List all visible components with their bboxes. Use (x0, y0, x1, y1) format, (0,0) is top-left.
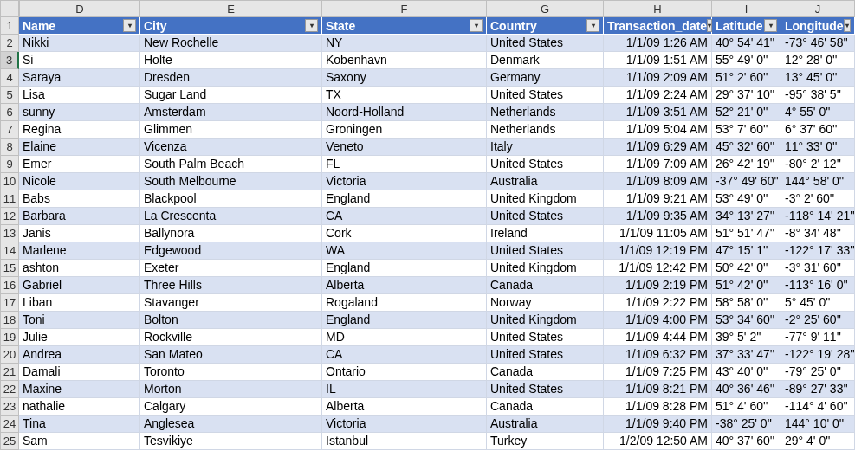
cell-city[interactable]: South Melbourne (140, 173, 322, 190)
cell-state[interactable]: England (322, 190, 487, 208)
cell-tdate[interactable]: 1/1/09 9:35 AM (604, 208, 712, 225)
cell-country[interactable]: United States (487, 329, 604, 346)
cell-name[interactable]: Si (19, 52, 140, 69)
cell-country[interactable]: Australia (487, 416, 604, 433)
cell-city[interactable]: Morton (140, 381, 322, 398)
cell-country[interactable]: United States (487, 156, 604, 173)
cell-lat[interactable]: 40° 54' 41'' (712, 35, 781, 52)
cell-city[interactable]: Bolton (140, 312, 322, 329)
filter-dropdown-icon[interactable]: ▾ (305, 19, 318, 32)
cell-city[interactable]: Toronto (140, 364, 322, 381)
cell-state[interactable]: FL (322, 156, 487, 173)
cell-name[interactable]: Andrea (19, 346, 140, 364)
cell-name[interactable]: sunny (19, 104, 140, 121)
cell-tdate[interactable]: 1/1/09 6:29 AM (604, 139, 712, 156)
cell-lat[interactable]: 58° 58' 0'' (712, 294, 781, 312)
row-header-25[interactable]: 25 (0, 433, 19, 450)
cell-lon[interactable]: 4° 55' 0'' (781, 104, 855, 121)
cell-country[interactable]: United Kingdom (487, 190, 604, 208)
cell-lon[interactable]: -3° 2' 60'' (781, 190, 855, 208)
cell-lat[interactable]: 45° 32' 60'' (712, 139, 781, 156)
row-header-6[interactable]: 6 (0, 104, 19, 121)
cell-lat[interactable]: 26° 42' 19'' (712, 156, 781, 173)
cell-lon[interactable]: -122° 17' 33'' (781, 242, 855, 260)
cell-tdate[interactable]: 1/1/09 9:40 PM (604, 416, 712, 433)
cell-state[interactable]: Cork (322, 225, 487, 242)
cell-tdate[interactable]: 1/2/09 12:50 AM (604, 433, 712, 450)
cell-lon[interactable]: 12° 28' 0'' (781, 52, 855, 69)
cell-country[interactable]: Germany (487, 69, 604, 87)
cell-tdate[interactable]: 1/1/09 2:24 AM (604, 87, 712, 104)
column-header-G[interactable]: G (487, 0, 604, 17)
cell-tdate[interactable]: 1/1/09 9:21 AM (604, 190, 712, 208)
cell-lat[interactable]: 51° 51' 47'' (712, 225, 781, 242)
cell-lat[interactable]: 52° 21' 0'' (712, 104, 781, 121)
cell-name[interactable]: Elaine (19, 139, 140, 156)
cell-tdate[interactable]: 1/1/09 4:44 PM (604, 329, 712, 346)
cell-lat[interactable]: 51° 2' 60'' (712, 69, 781, 87)
cell-city[interactable]: Edgewood (140, 242, 322, 260)
row-header-9[interactable]: 9 (0, 156, 19, 173)
cell-name[interactable]: Tina (19, 416, 140, 433)
cell-lon[interactable]: -77° 9' 11'' (781, 329, 855, 346)
cell-country[interactable]: United States (487, 381, 604, 398)
cell-city[interactable]: Stavanger (140, 294, 322, 312)
cell-name[interactable]: Marlene (19, 242, 140, 260)
cell-lat[interactable]: 47° 15' 1'' (712, 242, 781, 260)
cell-lat[interactable]: -37° 49' 60'' (712, 173, 781, 190)
cell-name[interactable]: Toni (19, 312, 140, 329)
cell-lon[interactable]: 13° 45' 0'' (781, 69, 855, 87)
row-header-12[interactable]: 12 (0, 208, 19, 225)
cell-name[interactable]: Barbara (19, 208, 140, 225)
cell-lat[interactable]: 34° 13' 27'' (712, 208, 781, 225)
row-header-5[interactable]: 5 (0, 87, 19, 104)
cell-lat[interactable]: 53° 7' 60'' (712, 121, 781, 139)
table-header-latitude[interactable]: Latitude▾ (712, 17, 781, 35)
cell-state[interactable]: TX (322, 87, 487, 104)
filter-dropdown-icon[interactable]: ▾ (844, 19, 851, 32)
row-header-17[interactable]: 17 (0, 294, 19, 312)
cell-state[interactable]: NY (322, 35, 487, 52)
cell-name[interactable]: Gabriel (19, 277, 140, 294)
cell-lon[interactable]: 6° 37' 60'' (781, 121, 855, 139)
cell-lon[interactable]: -2° 25' 60'' (781, 312, 855, 329)
cell-state[interactable]: England (322, 260, 487, 277)
cell-lon[interactable]: -79° 25' 0'' (781, 364, 855, 381)
cell-city[interactable]: Anglesea (140, 416, 322, 433)
cell-name[interactable]: Nicole (19, 173, 140, 190)
cell-tdate[interactable]: 1/1/09 6:32 PM (604, 346, 712, 364)
cell-name[interactable]: Lisa (19, 87, 140, 104)
cell-lat[interactable]: 39° 5' 2'' (712, 329, 781, 346)
cell-lon[interactable]: 29° 4' 0'' (781, 433, 855, 450)
cell-name[interactable]: Damali (19, 364, 140, 381)
cell-lon[interactable]: 5° 45' 0'' (781, 294, 855, 312)
column-header-I[interactable]: I (712, 0, 781, 17)
table-header-name[interactable]: Name▾ (19, 17, 140, 35)
row-header-10[interactable]: 10 (0, 173, 19, 190)
cell-country[interactable]: Canada (487, 398, 604, 416)
cell-lon[interactable]: 144° 10' 0'' (781, 416, 855, 433)
cell-state[interactable]: Alberta (322, 277, 487, 294)
cell-lat[interactable]: 53° 34' 60'' (712, 312, 781, 329)
column-header-H[interactable]: H (604, 0, 712, 17)
cell-city[interactable]: Sugar Land (140, 87, 322, 104)
cell-country[interactable]: United States (487, 242, 604, 260)
column-header-D[interactable]: D (19, 0, 140, 17)
cell-lon[interactable]: -122° 19' 28'' (781, 346, 855, 364)
cell-tdate[interactable]: 1/1/09 11:05 AM (604, 225, 712, 242)
cell-lon[interactable]: -8° 34' 48'' (781, 225, 855, 242)
row-header-14[interactable]: 14 (0, 242, 19, 260)
cell-lat[interactable]: 40° 36' 46'' (712, 381, 781, 398)
cell-lon[interactable]: -114° 4' 60'' (781, 398, 855, 416)
cell-tdate[interactable]: 1/1/09 12:19 PM (604, 242, 712, 260)
row-header-20[interactable]: 20 (0, 346, 19, 364)
cell-tdate[interactable]: 1/1/09 8:21 PM (604, 381, 712, 398)
row-header-3[interactable]: 3 (0, 52, 19, 69)
cell-country[interactable]: Turkey (487, 433, 604, 450)
cell-city[interactable]: Three Hills (140, 277, 322, 294)
cell-tdate[interactable]: 1/1/09 2:09 AM (604, 69, 712, 87)
cell-lat[interactable]: 53° 49' 0'' (712, 190, 781, 208)
cell-lat[interactable]: 43° 40' 0'' (712, 364, 781, 381)
cell-country[interactable]: Ireland (487, 225, 604, 242)
cell-state[interactable]: Istanbul (322, 433, 487, 450)
